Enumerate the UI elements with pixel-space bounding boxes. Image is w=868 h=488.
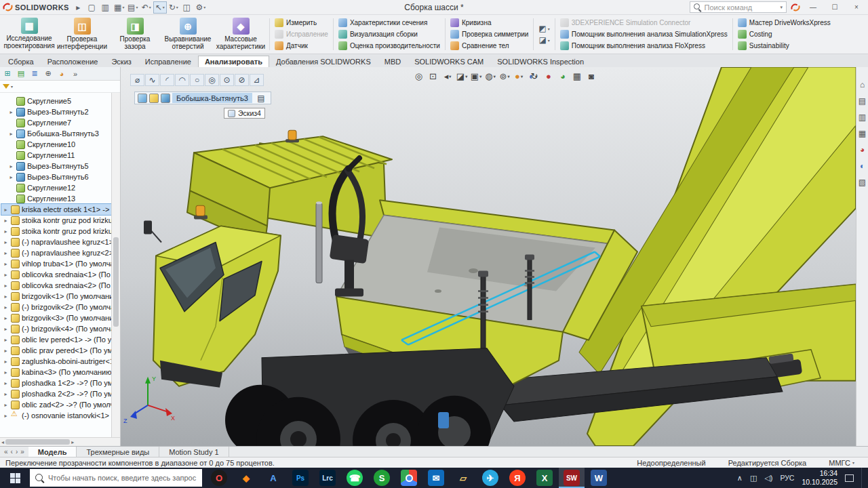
section-view-icon[interactable]: ◪▾ (455, 70, 469, 82)
viewport-3d-model[interactable]: Y X Z (121, 67, 856, 446)
tree-item[interactable]: ▸ stoika kontr gruz pod krizku<2 (1, 226, 111, 237)
repair-button[interactable]: Исправление (275, 29, 328, 40)
curvature-button[interactable]: Кривизна (450, 18, 528, 28)
feature-icon[interactable] (161, 94, 170, 103)
custom-properties-icon[interactable]: ▧ (857, 177, 867, 187)
exhaust-pipe[interactable] (316, 201, 322, 283)
edit-appearance-icon[interactable]: ●▾ (512, 70, 526, 82)
tree-item[interactable]: Скругление11 (1, 150, 111, 161)
sketch-tag-label[interactable]: Эскиз4 (238, 109, 261, 117)
notification-center-icon[interactable] (845, 474, 854, 482)
boss-extrude-icon[interactable] (138, 94, 147, 103)
scroll-left-icon[interactable]: ◂ (1, 439, 4, 445)
language-indicator[interactable]: РУС (780, 474, 794, 482)
displaymanager-tab-icon[interactable]: ◕ (56, 68, 68, 79)
zoom-fit-icon[interactable]: ◎ (412, 70, 426, 82)
view-palette-icon[interactable]: ▦ (857, 128, 867, 138)
design-library-icon[interactable]: ▤ (857, 96, 867, 106)
pane-split-icon[interactable]: ▦ (570, 70, 584, 82)
hidden-icons-icon[interactable]: ∧ (737, 474, 743, 483)
taskbar-solidworks-icon[interactable]: SW (559, 468, 585, 488)
tab-inspection[interactable]: SOLIDWORKS Inspection (490, 56, 591, 67)
mass-properties-button[interactable]: ◆ Массовые характеристики (214, 16, 267, 52)
driveworksxpress-button[interactable]: Мастер DriveWorksXpress (738, 18, 831, 28)
expand-arrow-icon[interactable]: ▸ (3, 315, 9, 321)
tab-sketch[interactable]: Эскиз (104, 56, 138, 67)
compare-bodies-button[interactable]: Сравнение тел (450, 41, 528, 52)
performance-evaluation-button[interactable]: Оценка производительности (338, 41, 440, 52)
tab-scroll-first-icon[interactable]: « (4, 448, 8, 455)
taskbar-lightroom-icon[interactable]: Lrc (315, 468, 340, 488)
tree-item[interactable]: ▸ (-) brizgovik<2> (По умолчан... (1, 302, 111, 312)
open-icon[interactable]: ▥ (99, 1, 113, 14)
tree-item[interactable]: ▸ Бобышка-Вытянуть3 (1, 128, 111, 139)
draft-analysis-icon[interactable]: ◪▾ (538, 35, 549, 45)
tree-item[interactable]: ▸ oblicovka srednaia<1> (По ум... (1, 269, 111, 280)
tree-vertical-scrollbar[interactable] (111, 93, 120, 437)
display-style-icon[interactable]: ◍▾ (484, 70, 497, 82)
command-search[interactable]: ▾ (690, 1, 787, 13)
expand-arrow-icon[interactable]: ▸ (3, 391, 9, 397)
taskbar-file-explorer-icon[interactable]: ▱ (450, 468, 476, 488)
expand-arrow-icon[interactable]: ▸ (3, 293, 9, 300)
tree-item[interactable]: Скругление10 (1, 139, 111, 150)
graphics-viewport[interactable]: Y X Z ⌀ ∿ ◜ ◠ ○ ◎ ⊙ ⊘ (121, 67, 856, 446)
screenshot-icon[interactable]: ◙ (585, 70, 598, 82)
dimxpertmanager-tab-icon[interactable]: ⊕ (42, 68, 54, 79)
clearance-verification-button[interactable]: ◨ Проверка зазора (108, 16, 161, 52)
taskbar-yandex-icon[interactable]: Я (505, 468, 530, 488)
interference-detection-button[interactable]: ◫ Проверка интерференции (56, 16, 108, 52)
tab-scroll-last-icon[interactable]: » (20, 448, 24, 455)
tree-item[interactable]: ▸ (-) osnovanie istanovki<1> (1, 410, 111, 421)
tree-item[interactable]: Скругление5 (1, 96, 111, 106)
taskbar-telegram-icon[interactable]: ✈ (477, 468, 503, 488)
appearances-icon[interactable]: ◕ (857, 144, 867, 155)
measure-button[interactable]: Измерить (275, 18, 328, 28)
tab-repair[interactable]: Исправление (138, 56, 198, 67)
zebra-stripes-icon[interactable]: ◩▾ (538, 23, 549, 34)
expand-arrow-icon[interactable]: ▸ (3, 207, 9, 213)
filter-tangent-arc-icon[interactable]: ◠ (175, 74, 189, 86)
filter-circle-icon[interactable]: ○ (190, 74, 204, 86)
expand-arrow-icon[interactable]: ▸ (8, 163, 14, 169)
scroll-thumb[interactable] (5, 439, 70, 445)
tree-item[interactable]: ▸ oblic zad<2> ->? (По умолча... (1, 399, 111, 410)
filter-polygon-icon[interactable]: ⊿ (250, 74, 264, 86)
expand-arrow-icon[interactable]: ▸ (8, 131, 14, 137)
print-icon[interactable]: ▤▾ (126, 1, 140, 14)
configurationmanager-tab-icon[interactable]: ≣ (28, 68, 41, 79)
tree-item[interactable]: ▸ ploshadka 2<2> ->? (По умол... (1, 388, 111, 399)
tab-scroll-next-icon[interactable]: › (16, 448, 18, 455)
motion-study-red-icon[interactable]: ● (542, 70, 555, 82)
tree-item[interactable]: ▸ kriska electr otsek 1<1> -> (П (1, 204, 111, 215)
expand-arrow-icon[interactable]: ▸ (8, 174, 14, 180)
tree-item[interactable]: ▸ vihlop truba<1> (По умолчан... (1, 258, 111, 269)
tree-item[interactable]: ▸ (-) brizgovik<4> (По умолчан... (1, 323, 111, 334)
taskbar-app-blue-icon[interactable]: A (260, 468, 286, 488)
tab-addins[interactable]: Добавления SOLIDWORKS (269, 56, 378, 67)
filter-perimeter-circle-icon[interactable]: ◎ (205, 74, 219, 86)
scroll-thumb[interactable] (113, 237, 119, 327)
taskbar-clock[interactable]: 16:34 10.10.2025 (802, 469, 837, 487)
filter-vertices-icon[interactable]: ⌀ (130, 74, 144, 86)
start-button[interactable] (0, 468, 30, 488)
view-orientation-icon[interactable]: ▣▾ (469, 70, 483, 82)
scene-icon[interactable]: ◐ (857, 161, 867, 171)
tree-item[interactable]: ▸ Вырез-Вытянуть5 (1, 161, 111, 171)
command-search-input[interactable] (704, 3, 777, 12)
file-properties-icon[interactable]: ◫ (180, 1, 194, 14)
undo-icon[interactable]: ↶▾ (140, 1, 153, 14)
scroll-right-icon[interactable]: ▸ (71, 439, 74, 445)
filter-funnel-icon[interactable]: ▾ (3, 84, 13, 89)
hide-show-items-icon[interactable]: ⊚▾ (498, 70, 511, 82)
resources-home-icon[interactable]: ⌂ (857, 79, 867, 89)
taskbar-search[interactable] (30, 469, 202, 487)
3d-views-tab[interactable]: Трехмерные виды (77, 447, 159, 457)
expand-arrow-icon[interactable]: ▸ (3, 348, 9, 354)
expand-arrow-icon[interactable]: ▸ (3, 250, 9, 256)
expand-arrow-icon[interactable]: ▸ (3, 261, 9, 267)
tab-evaluate[interactable]: Анализировать (198, 56, 269, 67)
expand-arrow-icon[interactable]: ▸ (3, 304, 9, 310)
file-explorer-icon[interactable]: ▥ (857, 112, 867, 122)
hole-alignment-button[interactable]: ⊕ Выравнивание отверстий (161, 16, 214, 52)
